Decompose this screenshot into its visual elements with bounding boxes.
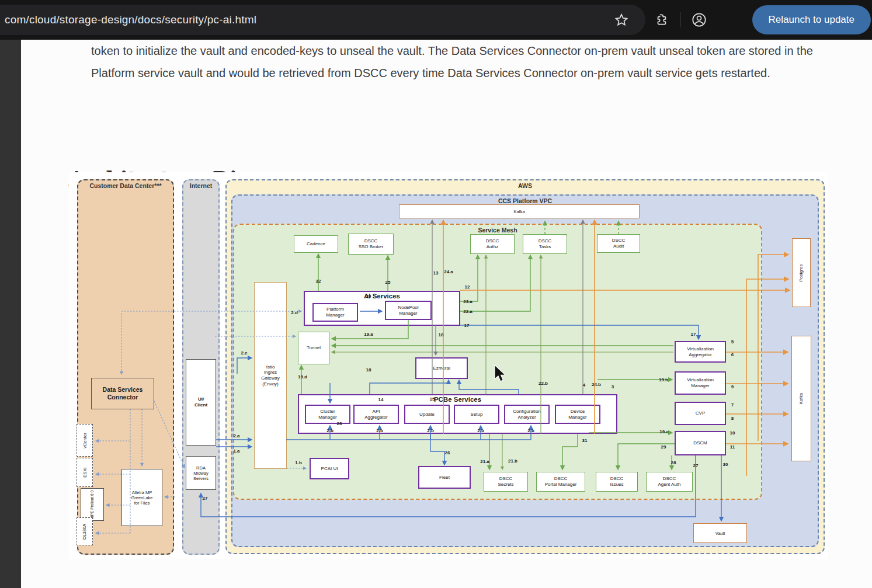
browser-topbar: com/cloud/storage-design/docs/security/p… [0,0,872,40]
relaunch-button[interactable]: Relaunch to update [752,5,871,34]
container-label-ccs-vpc: CCS Platform VPC [232,197,818,204]
edge-label-24.a: 24.a [444,269,453,274]
box-tunnel: Tunnel [298,332,329,364]
address-bar[interactable]: com/cloud/storage-design/docs/security/p… [0,5,645,35]
edge-label-2.b: 2.b [527,428,534,433]
edge-label-2.a: 2.a [233,433,239,439]
box-label-dscc-portal-manager: DSCC Portal Manager [545,476,577,487]
box-data-services-connector: Data Services Connector [91,378,154,409]
box-alletra: Alletra MP GreenLake for Files [121,469,162,526]
edge-label-7: 7 [731,402,734,408]
edge-label-30: 30 [723,462,728,467]
box-hpe-proliant: HPE Proliant 8.0 [81,488,104,521]
edge-label-21.b: 21.b [508,458,517,464]
edge-label-20: 20 [366,294,371,299]
box-cadence: Cadence [294,235,338,253]
edge-label-18: 18 [366,367,371,373]
box-label-data-services-connector: Data Services Connector [103,386,143,401]
edge-label-2.c: 2.c [241,350,247,356]
box-esxi: ESXi [77,458,93,487]
box-label-dscc-issues: DSCC Issues [610,476,623,487]
edge-label-4: 4 [583,382,585,388]
box-label-fleet: Fleet [439,475,450,481]
edge-label-13: 13 [433,270,439,276]
edge-label-31: 31 [582,438,588,443]
edge-label-19.d: 19.d [298,374,307,380]
box-rda-midway: RDA Midway Servers [186,456,216,490]
edge-label-17: 17 [464,323,470,328]
window-edge [0,40,21,588]
box-label-dscc-secrets: DSCC Secrets [498,476,513,487]
box-update: Update [404,405,450,424]
container-label-internet: Internet [183,182,218,189]
container-label-customer-dc: Customer Data Center*** [78,182,173,189]
edge-label-15: 15 [430,396,435,402]
edge-label-26: 26 [337,421,342,426]
edge-label-11: 11 [730,444,735,450]
body-paragraph: token to initialize the vault and encode… [91,40,834,84]
extensions-icon[interactable] [654,12,669,27]
edge-label-2.b: 2.b [477,428,484,433]
box-virtualization-aggregator: Virtualization Aggregator [675,341,726,363]
bookmark-star-icon[interactable] [614,12,629,27]
box-dscc-issues: DSCC Issues [596,472,638,492]
box-label-dscc-agent-auth: DSCC Agent Auth [658,476,680,487]
box-dscc-authz: DSCC Authz [470,234,515,254]
box-label-cadence: Cadence [307,241,325,247]
box-device-manager: Device Manager [555,405,600,424]
box-dscc-portal-manager: DSCC Portal Manager [536,472,585,492]
edge-label-14: 14 [378,397,384,402]
box-ui-client: UI/ Client [186,359,216,446]
edge-label-17: 17 [691,332,696,337]
box-platform-manager: Platform Manager [312,303,358,322]
box-label-setup: Setup [471,412,483,417]
box-label-dscc-tasks: DSCC Tasks [539,238,552,249]
box-cvp: CVP [675,402,726,425]
edge-label-3: 3 [612,384,614,389]
box-label-ui-client: UI/ Client [194,396,207,408]
box-label-nodepool-manager: NodePool Manager [398,305,418,316]
box-nodepool-manager: NodePool Manager [385,301,432,320]
box-label-pcbe: PCBe Services [299,396,616,404]
edge-label-21.a: 21.a [480,459,489,464]
box-label-platform-manager: Platform Manager [326,307,345,318]
box-label-istio: Istio Ingres Gateway (Envoy) [261,364,280,387]
edge-label-27: 27 [203,496,208,501]
container-label-aws: AWS [227,182,824,189]
box-dscm: DSCM [675,431,726,455]
edge-label-23.a: 23.a [463,299,473,304]
edge-label-25: 25 [385,280,391,285]
edge-label-19.c: 19.c [659,429,669,434]
box-virtualization-manager: Virtualization Manager [675,371,726,395]
edge-label-2.b: 2.b [427,428,434,433]
diagram-nodes: Customer Data Center***InternetAWSCCS Pl… [69,172,828,559]
box-label-cluster-manager: Cluster Manager [318,409,337,420]
architecture-diagram: Customer Data Center***InternetAWSCCS Pl… [69,172,828,559]
box-label-vcenter: vCenter [82,433,88,448]
box-sso-broker: DSCC SSO Broker [348,234,394,255]
edge-label-5: 5 [731,339,734,345]
box-label-tunnel: Tunnel [307,345,321,351]
box-label-hpe-proliant: HPE Proliant 8.0 [90,490,95,519]
profile-icon[interactable] [691,12,707,28]
edge-label-22.a: 22.a [463,309,473,314]
edge-label-16: 16 [439,332,444,338]
edge-label-2.b: 2.b [376,428,383,433]
box-dscc-tasks: DSCC Tasks [523,234,567,254]
edge-label-19.a: 19.a [364,332,373,337]
container-label-service-mesh: Service Mesh [234,227,761,234]
box-dscc-agent-auth: DSCC Agent Auth [646,472,693,492]
box-dscc-secrets: DSCC Secrets [484,472,528,492]
box-label-api-aggregator: API Aggregator [364,409,388,420]
box-label-device-manager: Device Manager [568,409,587,420]
box-label-update: Update [419,412,435,417]
edge-label-8: 8 [731,416,734,421]
edge-label-32: 32 [316,279,321,284]
box-label-virtualization-manager: Virtualization Manager [687,377,714,388]
box-fleet: Fleet [418,466,471,489]
box-istio: Istio Ingres Gateway (Envoy) [254,282,287,469]
edge-label-19.b: 19.b [659,377,668,382]
box-setup: Setup [454,405,499,424]
box-vcenter: vCenter [77,424,93,457]
page-content: token to initialize the vault and encode… [21,40,872,588]
